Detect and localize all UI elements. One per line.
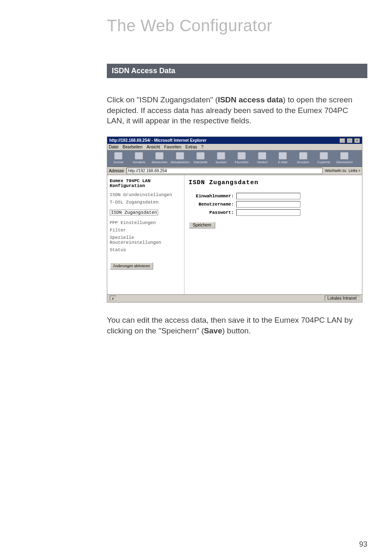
- row-benutzer: Benutzername:: [189, 201, 358, 208]
- para2-em: Save: [204, 326, 222, 335]
- status-bar: e Lokales Intranet: [107, 294, 362, 302]
- content-area: Eumex 704PC LAN Konfiguration ISDN Grund…: [107, 175, 362, 294]
- sidebar-item-status[interactable]: Status: [110, 247, 182, 252]
- sidebar: Eumex 704PC LAN Konfiguration ISDN Grund…: [107, 175, 184, 294]
- label-benutzer: Benutzername:: [189, 202, 234, 207]
- menu-favoriten[interactable]: Favoriten: [164, 145, 182, 149]
- sidebar-item-filter[interactable]: Filter: [110, 228, 182, 233]
- links-button[interactable]: Links »: [348, 169, 360, 173]
- tb-history-label: Verlauf: [257, 160, 267, 164]
- tb-print-button[interactable]: Drucken: [294, 152, 313, 164]
- sidebar-item-router[interactable]: Spezielle Routereinstellungen: [110, 235, 182, 245]
- tb-search-button[interactable]: Suchen: [212, 152, 231, 164]
- label-passwort: Passwort:: [189, 210, 234, 215]
- address-label: Adresse: [109, 169, 124, 173]
- tb-stop-button[interactable]: Abbrechen: [150, 152, 169, 164]
- tb-back-button[interactable]: Zurück: [109, 152, 128, 164]
- para1-pre: Click on "ISDN Zugangsdaten" (: [107, 95, 218, 104]
- tb-fav-button[interactable]: Favoriten: [232, 152, 251, 164]
- label-einwahl: Einwahlnummer:: [189, 194, 234, 199]
- menu-hilfe[interactable]: ?: [201, 145, 204, 149]
- history-icon: [258, 152, 266, 159]
- tb-forward-button[interactable]: Vorwärts: [129, 152, 148, 164]
- mail-icon: [279, 152, 287, 159]
- address-url-input[interactable]: http://192.168.69.254: [127, 168, 323, 174]
- row-passwort: Passwort:: [189, 209, 358, 216]
- back-icon: [114, 152, 122, 159]
- tb-back-label: Zurück: [113, 160, 123, 164]
- sidebar-item-isdn[interactable]: ISDN Grundeinstellungen: [110, 192, 182, 197]
- copernic-icon: [320, 152, 328, 159]
- tb-search-label: Suchen: [215, 160, 226, 164]
- tb-fav-label: Favoriten: [235, 160, 248, 164]
- window-buttons: _ □ ×: [339, 138, 360, 143]
- tb-history-button[interactable]: Verlauf: [253, 152, 272, 164]
- sidebar-heading: Eumex 704PC LAN Konfiguration: [110, 178, 182, 188]
- para1-em: ISDN access data: [218, 95, 283, 104]
- tb-home-button[interactable]: Startseite: [191, 152, 210, 164]
- forward-icon: [135, 152, 143, 159]
- paragraph-2: You can edit the access data, then save …: [107, 315, 367, 336]
- input-benutzer[interactable]: [236, 201, 300, 208]
- print-icon: [299, 152, 307, 159]
- toolbar: Zurück Vorwärts Abbrechen Aktualisieren …: [107, 150, 362, 167]
- go-button[interactable]: Wechseln zu: [325, 169, 346, 173]
- tb-copernic-button[interactable]: Copernic: [314, 152, 333, 164]
- refresh-icon: [176, 152, 184, 159]
- para2-post: ) button.: [222, 326, 251, 335]
- close-icon[interactable]: ×: [354, 138, 360, 143]
- tb-home-label: Startseite: [194, 160, 208, 164]
- main-panel: ISDN Zugangsdaten Einwahlnummer: Benutze…: [184, 175, 362, 294]
- activate-changes-button[interactable]: Änderungen aktivieren: [110, 262, 153, 270]
- sidebar-item-tdsl[interactable]: T-DSL Zugangsdaten: [110, 200, 182, 205]
- maximize-icon[interactable]: □: [347, 138, 353, 143]
- menu-bar: Datei Bearbeiten Ansicht Favoriten Extra…: [107, 144, 362, 150]
- save-button[interactable]: Speichern: [189, 222, 215, 229]
- tb-refresh-button[interactable]: Aktualisieren: [171, 152, 189, 164]
- page-title: The Web Configurator: [107, 16, 367, 35]
- tb-print-label: Drucken: [297, 160, 309, 164]
- stop-icon: [155, 152, 164, 159]
- status-left-icon: e: [110, 296, 116, 301]
- content-heading: ISDN Zugangsdaten: [189, 179, 358, 186]
- translate-icon: [340, 152, 348, 159]
- input-passwort[interactable]: [236, 209, 300, 216]
- tb-mail-button[interactable]: E-Mail: [273, 152, 292, 164]
- status-zone: Lokales Intranet: [325, 296, 360, 301]
- menu-bearbeiten[interactable]: Bearbeiten: [122, 145, 142, 149]
- tb-copernic-label: Copernic: [317, 160, 330, 164]
- tb-translate-label: Übersetzen: [336, 160, 353, 164]
- tb-mail-label: E-Mail: [278, 160, 288, 164]
- minimize-icon[interactable]: _: [339, 138, 345, 143]
- window-titlebar: http://192.168.69.254/ - Microsoft Inter…: [107, 137, 362, 144]
- tb-refresh-label: Aktualisieren: [171, 160, 189, 164]
- input-einwahl[interactable]: [236, 193, 300, 199]
- sidebar-item-ppp[interactable]: PPP Einstellungen: [110, 220, 182, 225]
- sidebar-item-isdn-z[interactable]: ISDN Zugangsdaten: [110, 210, 158, 215]
- row-einwahl: Einwahlnummer:: [189, 193, 358, 199]
- star-icon: [238, 152, 246, 159]
- menu-extras[interactable]: Extras: [185, 145, 197, 149]
- address-bar: Adresse http://192.168.69.254 Wechseln z…: [107, 167, 362, 175]
- tb-translate-button[interactable]: Übersetzen: [335, 152, 354, 164]
- screenshot: http://192.168.69.254/ - Microsoft Inter…: [107, 136, 362, 303]
- tb-stop-label: Abbrechen: [152, 160, 168, 164]
- window-title-text: http://192.168.69.254/ - Microsoft Inter…: [109, 138, 207, 143]
- section-heading: ISDN Access Data: [107, 64, 367, 78]
- home-icon: [196, 152, 205, 159]
- paragraph-1: Click on "ISDN Zugangsdaten" (ISDN acces…: [107, 95, 367, 126]
- tb-forward-label: Vorwärts: [132, 160, 145, 164]
- search-icon: [217, 152, 225, 159]
- menu-datei[interactable]: Datei: [109, 145, 118, 149]
- menu-ansicht[interactable]: Ansicht: [147, 145, 160, 149]
- page-number: 93: [359, 540, 367, 549]
